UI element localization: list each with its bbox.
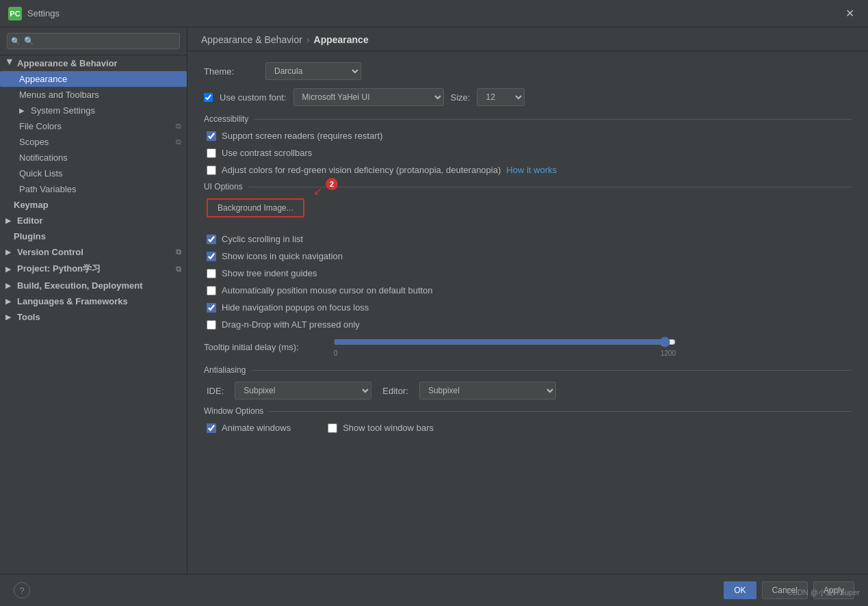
breadcrumb: Appearance & Behavior › Appearance <box>187 27 868 51</box>
contrast-scrollbars-row: Use contrast scrollbars <box>204 148 852 158</box>
sidebar-item-file-colors[interactable]: File Colors ⧉ <box>0 118 187 134</box>
sidebar-item-label: Appearance <box>19 74 67 84</box>
ide-antialiasing-label: IDE: <box>207 386 224 396</box>
sidebar-item-system-settings[interactable]: ▶ System Settings <box>0 103 187 118</box>
sidebar-item-label: Menus and Toolbars <box>19 90 99 100</box>
show-icons-quick-nav-checkbox[interactable] <box>207 252 216 261</box>
sidebar-item-label: Tools <box>17 312 40 322</box>
drag-n-drop-label: Drag-n-Drop with ALT pressed only <box>222 319 360 330</box>
slider-max: 1200 <box>661 350 676 357</box>
window-options-section-title: Window Options <box>204 406 852 416</box>
sidebar-item-build-execution[interactable]: ▶ Build, Execution, Deployment <box>0 278 187 293</box>
adjust-colors-row: Adjust colors for red-green vision defic… <box>204 165 852 175</box>
expand-icon: ▶ <box>5 217 14 224</box>
cancel-button[interactable]: Cancel <box>762 581 808 599</box>
sidebar-item-menus-toolbars[interactable]: Menus and Toolbars <box>0 87 187 103</box>
slider-min: 0 <box>334 350 338 357</box>
size-select[interactable]: 12 10 11 13 14 <box>477 88 525 106</box>
expand-icon: ▶ <box>5 282 14 289</box>
help-button[interactable]: ? <box>14 582 30 598</box>
sidebar-item-label: Build, Execution, Deployment <box>17 280 142 291</box>
window-options-row: Animate windows Show tool window bars <box>204 423 852 433</box>
sidebar-item-editor[interactable]: ▶ Editor <box>0 213 187 228</box>
sidebar-item-keymap[interactable]: Keymap <box>0 197 187 213</box>
drag-n-drop-row: Drag-n-Drop with ALT pressed only <box>204 319 852 330</box>
sidebar-item-tools[interactable]: ▶ Tools <box>0 309 187 325</box>
breadcrumb-separator: › <box>306 34 310 45</box>
sidebar-item-appearance[interactable]: Appearance ← 1 <box>0 71 187 87</box>
ui-options-section-title: UI Options <box>204 182 852 192</box>
copy-icon: ⧉ <box>176 122 181 131</box>
sidebar-item-label: Plugins <box>14 231 46 241</box>
expand-icon: ▶ <box>19 107 27 114</box>
theme-select[interactable]: Darcula IntelliJ Light High Contrast <box>265 62 361 80</box>
support-screen-readers-checkbox[interactable] <box>207 131 216 141</box>
show-tool-window-bars-checkbox[interactable] <box>328 423 337 433</box>
tooltip-delay-container: Tooltip initial delay (ms): 0 1200 <box>204 337 852 357</box>
animate-windows-checkbox[interactable] <box>207 423 216 433</box>
size-label: Size: <box>451 92 471 103</box>
adjust-colors-checkbox[interactable] <box>207 166 216 175</box>
auto-position-mouse-label: Automatically position mouse cursor on d… <box>222 285 433 295</box>
sidebar-item-quick-lists[interactable]: Quick Lists <box>0 166 187 181</box>
theme-label: Theme: <box>204 66 259 77</box>
expand-icon: ▶ <box>5 313 14 321</box>
cyclic-scrolling-checkbox[interactable] <box>207 235 216 244</box>
auto-position-mouse-checkbox[interactable] <box>207 286 216 295</box>
sidebar-item-label: Path Variables <box>19 184 77 194</box>
apply-button[interactable]: Apply <box>813 581 854 599</box>
font-select[interactable]: Microsoft YaHei UI Arial Consolas <box>293 88 444 106</box>
sidebar-item-label: Languages & Frameworks <box>17 296 128 306</box>
sidebar-item-label: Version Control <box>17 247 83 257</box>
sidebar-item-notifications[interactable]: Notifications <box>0 150 187 166</box>
sidebar-item-project-python[interactable]: ▶ Project: Python学习 ⧉ <box>0 260 187 278</box>
hide-nav-popups-checkbox[interactable] <box>207 303 216 313</box>
sidebar-item-appearance-behavior[interactable]: ▶ Appearance & Behavior <box>0 55 187 71</box>
hide-nav-popups-row: Hide navigation popups on focus loss <box>204 302 852 313</box>
how-it-works-link[interactable]: How it works <box>506 165 557 175</box>
auto-position-mouse-row: Automatically position mouse cursor on d… <box>204 285 852 295</box>
sidebar-item-label: Scopes <box>19 137 49 147</box>
cyclic-scrolling-row: Cyclic scrolling in list <box>204 234 852 244</box>
editor-antialiasing-select[interactable]: Subpixel Greyscale No antialiasing <box>419 382 556 399</box>
close-button[interactable]: ✕ <box>840 4 860 23</box>
show-tree-indent-checkbox[interactable] <box>207 269 216 278</box>
contrast-scrollbars-checkbox[interactable] <box>207 148 216 158</box>
antialiasing-divider <box>251 370 852 371</box>
tooltip-delay-slider[interactable] <box>334 337 676 347</box>
ide-antialiasing-select[interactable]: Subpixel Greyscale No antialiasing <box>235 382 371 399</box>
sidebar-item-plugins[interactable]: Plugins <box>0 228 187 244</box>
theme-row: Theme: Darcula IntelliJ Light High Contr… <box>204 62 852 80</box>
sidebar-item-label: Project: Python学习 <box>17 263 101 275</box>
background-image-container: Background Image... ↙ 2 <box>204 198 852 226</box>
sidebar-item-label: Editor <box>17 215 43 226</box>
drag-n-drop-checkbox[interactable] <box>207 320 216 330</box>
search-icon: 🔍 <box>11 37 21 46</box>
show-tool-window-bars-label: Show tool window bars <box>343 423 434 433</box>
ok-button[interactable]: OK <box>724 581 756 599</box>
background-image-button[interactable]: Background Image... <box>207 198 304 218</box>
contrast-scrollbars-label: Use contrast scrollbars <box>222 148 312 158</box>
sidebar-item-version-control[interactable]: ▶ Version Control ⧉ <box>0 244 187 260</box>
sidebar-item-path-variables[interactable]: Path Variables <box>0 181 187 197</box>
cyclic-scrolling-label: Cyclic scrolling in list <box>222 234 303 244</box>
sidebar-item-languages-frameworks[interactable]: ▶ Languages & Frameworks <box>0 293 187 309</box>
accessibility-section-title: Accessibility <box>204 114 852 124</box>
tooltip-slider-wrapper: 0 1200 <box>334 337 676 357</box>
search-input[interactable] <box>7 33 180 49</box>
copy-icon: ⧉ <box>176 137 181 146</box>
expand-icon: ▶ <box>6 60 14 68</box>
animate-windows-label: Animate windows <box>222 423 291 433</box>
adjust-colors-label: Adjust colors for red-green vision defic… <box>222 165 501 175</box>
expand-icon: ▶ <box>5 298 14 305</box>
sidebar-item-label: Notifications <box>19 153 68 163</box>
sidebar-item-scopes[interactable]: Scopes ⧉ <box>0 134 187 150</box>
show-tool-window-bars-row: Show tool window bars <box>325 423 434 433</box>
settings-content: Theme: Darcula IntelliJ Light High Contr… <box>187 51 868 444</box>
tooltip-delay-row: Tooltip initial delay (ms): 0 1200 <box>204 337 852 357</box>
font-row: Use custom font: Microsoft YaHei UI Aria… <box>204 88 852 106</box>
antialiasing-label: Antialiasing <box>204 365 246 375</box>
use-custom-font-checkbox[interactable] <box>204 93 213 102</box>
show-tree-indent-label: Show tree indent guides <box>222 268 317 278</box>
sidebar: 🔍 ▶ Appearance & Behavior Appearance ← 1… <box>0 27 187 574</box>
